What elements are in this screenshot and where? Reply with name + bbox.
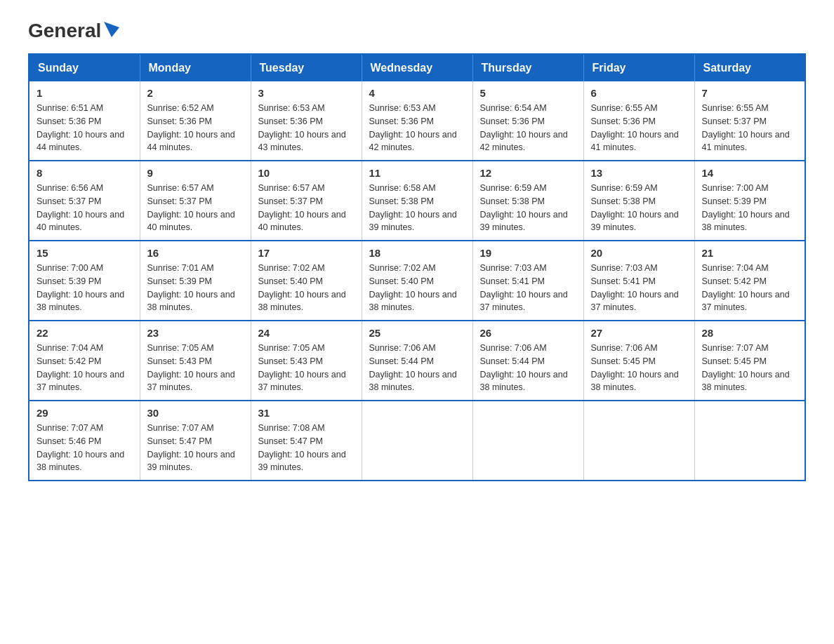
day-number: 15 (37, 247, 133, 259)
calendar-cell (583, 401, 694, 481)
calendar-week-row: 1 Sunrise: 6:51 AMSunset: 5:36 PMDayligh… (29, 81, 805, 161)
day-number: 11 (369, 167, 465, 179)
day-number: 22 (37, 327, 133, 339)
calendar-cell: 26 Sunrise: 7:06 AMSunset: 5:44 PMDaylig… (472, 321, 583, 401)
calendar-cell: 17 Sunrise: 7:02 AMSunset: 5:40 PMDaylig… (251, 241, 362, 321)
day-info: Sunrise: 6:53 AMSunset: 5:36 PMDaylight:… (369, 103, 457, 152)
day-info: Sunrise: 7:05 AMSunset: 5:43 PMDaylight:… (147, 343, 235, 392)
calendar-cell: 13 Sunrise: 6:59 AMSunset: 5:38 PMDaylig… (583, 161, 694, 241)
day-info: Sunrise: 7:03 AMSunset: 5:41 PMDaylight:… (480, 263, 568, 312)
col-header-tuesday: Tuesday (251, 54, 362, 81)
calendar-cell: 8 Sunrise: 6:56 AMSunset: 5:37 PMDayligh… (29, 161, 140, 241)
calendar-cell: 9 Sunrise: 6:57 AMSunset: 5:37 PMDayligh… (140, 161, 251, 241)
calendar-week-row: 8 Sunrise: 6:56 AMSunset: 5:37 PMDayligh… (29, 161, 805, 241)
calendar-cell: 23 Sunrise: 7:05 AMSunset: 5:43 PMDaylig… (140, 321, 251, 401)
day-number: 14 (702, 167, 798, 179)
calendar-cell: 6 Sunrise: 6:55 AMSunset: 5:36 PMDayligh… (583, 81, 694, 161)
day-number: 26 (480, 327, 576, 339)
day-number: 7 (702, 87, 798, 99)
day-info: Sunrise: 6:55 AMSunset: 5:36 PMDaylight:… (591, 103, 679, 152)
day-number: 3 (258, 87, 355, 99)
day-number: 18 (369, 247, 465, 259)
calendar-cell: 24 Sunrise: 7:05 AMSunset: 5:43 PMDaylig… (251, 321, 362, 401)
day-number: 27 (591, 327, 687, 339)
calendar-cell: 28 Sunrise: 7:07 AMSunset: 5:45 PMDaylig… (694, 321, 805, 401)
calendar-cell: 10 Sunrise: 6:57 AMSunset: 5:37 PMDaylig… (251, 161, 362, 241)
day-number: 6 (591, 87, 687, 99)
day-number: 19 (480, 247, 576, 259)
day-number: 8 (37, 167, 133, 179)
day-info: Sunrise: 7:02 AMSunset: 5:40 PMDaylight:… (369, 263, 457, 312)
calendar-cell: 16 Sunrise: 7:01 AMSunset: 5:39 PMDaylig… (140, 241, 251, 321)
day-info: Sunrise: 7:06 AMSunset: 5:44 PMDaylight:… (480, 343, 568, 392)
day-number: 23 (147, 327, 244, 339)
calendar-cell: 22 Sunrise: 7:04 AMSunset: 5:42 PMDaylig… (29, 321, 140, 401)
day-info: Sunrise: 6:57 AMSunset: 5:37 PMDaylight:… (258, 183, 346, 232)
day-info: Sunrise: 6:59 AMSunset: 5:38 PMDaylight:… (591, 183, 679, 232)
calendar-cell: 1 Sunrise: 6:51 AMSunset: 5:36 PMDayligh… (29, 81, 140, 161)
calendar-week-row: 29 Sunrise: 7:07 AMSunset: 5:46 PMDaylig… (29, 401, 805, 481)
calendar-cell: 3 Sunrise: 6:53 AMSunset: 5:36 PMDayligh… (251, 81, 362, 161)
day-info: Sunrise: 7:06 AMSunset: 5:45 PMDaylight:… (591, 343, 679, 392)
svg-marker-0 (104, 22, 119, 37)
day-number: 13 (591, 167, 687, 179)
col-header-wednesday: Wednesday (362, 54, 472, 81)
calendar-cell: 14 Sunrise: 7:00 AMSunset: 5:39 PMDaylig… (694, 161, 805, 241)
calendar-header-row: SundayMondayTuesdayWednesdayThursdayFrid… (29, 54, 805, 81)
day-info: Sunrise: 7:00 AMSunset: 5:39 PMDaylight:… (37, 263, 124, 312)
day-info: Sunrise: 6:56 AMSunset: 5:37 PMDaylight:… (37, 183, 124, 232)
calendar-table: SundayMondayTuesdayWednesdayThursdayFrid… (28, 53, 806, 481)
col-header-monday: Monday (140, 54, 251, 81)
day-info: Sunrise: 7:04 AMSunset: 5:42 PMDaylight:… (702, 263, 790, 312)
calendar-cell: 31 Sunrise: 7:08 AMSunset: 5:47 PMDaylig… (251, 401, 362, 481)
day-info: Sunrise: 7:00 AMSunset: 5:39 PMDaylight:… (702, 183, 790, 232)
calendar-cell: 5 Sunrise: 6:54 AMSunset: 5:36 PMDayligh… (472, 81, 583, 161)
calendar-cell: 4 Sunrise: 6:53 AMSunset: 5:36 PMDayligh… (362, 81, 472, 161)
calendar-cell (694, 401, 805, 481)
day-number: 17 (258, 247, 355, 259)
day-number: 16 (147, 247, 244, 259)
calendar-cell (362, 401, 472, 481)
calendar-week-row: 15 Sunrise: 7:00 AMSunset: 5:39 PMDaylig… (29, 241, 805, 321)
day-info: Sunrise: 6:54 AMSunset: 5:36 PMDaylight:… (480, 103, 568, 152)
day-number: 1 (37, 87, 133, 99)
day-number: 5 (480, 87, 576, 99)
day-info: Sunrise: 7:07 AMSunset: 5:46 PMDaylight:… (37, 423, 124, 472)
col-header-thursday: Thursday (472, 54, 583, 81)
day-info: Sunrise: 7:02 AMSunset: 5:40 PMDaylight:… (258, 263, 346, 312)
day-info: Sunrise: 6:52 AMSunset: 5:36 PMDaylight:… (147, 103, 235, 152)
calendar-cell (472, 401, 583, 481)
day-info: Sunrise: 6:57 AMSunset: 5:37 PMDaylight:… (147, 183, 235, 232)
day-number: 2 (147, 87, 244, 99)
calendar-cell: 18 Sunrise: 7:02 AMSunset: 5:40 PMDaylig… (362, 241, 472, 321)
calendar-cell: 2 Sunrise: 6:52 AMSunset: 5:36 PMDayligh… (140, 81, 251, 161)
day-number: 9 (147, 167, 244, 179)
day-info: Sunrise: 6:55 AMSunset: 5:37 PMDaylight:… (702, 103, 790, 152)
calendar-cell: 12 Sunrise: 6:59 AMSunset: 5:38 PMDaylig… (472, 161, 583, 241)
calendar-cell: 21 Sunrise: 7:04 AMSunset: 5:42 PMDaylig… (694, 241, 805, 321)
day-number: 12 (480, 167, 576, 179)
calendar-cell: 29 Sunrise: 7:07 AMSunset: 5:46 PMDaylig… (29, 401, 140, 481)
day-info: Sunrise: 7:06 AMSunset: 5:44 PMDaylight:… (369, 343, 457, 392)
logo-text-general: General (28, 21, 101, 41)
col-header-friday: Friday (583, 54, 694, 81)
logo-arrow-icon (104, 22, 119, 37)
day-info: Sunrise: 6:58 AMSunset: 5:38 PMDaylight:… (369, 183, 457, 232)
calendar-cell: 19 Sunrise: 7:03 AMSunset: 5:41 PMDaylig… (472, 241, 583, 321)
day-info: Sunrise: 7:05 AMSunset: 5:43 PMDaylight:… (258, 343, 346, 392)
page-header: General (28, 21, 806, 39)
day-number: 29 (37, 407, 133, 419)
day-number: 21 (702, 247, 798, 259)
logo: General (28, 21, 119, 39)
calendar-cell: 20 Sunrise: 7:03 AMSunset: 5:41 PMDaylig… (583, 241, 694, 321)
day-info: Sunrise: 7:04 AMSunset: 5:42 PMDaylight:… (37, 343, 124, 392)
day-info: Sunrise: 7:08 AMSunset: 5:47 PMDaylight:… (258, 423, 346, 472)
col-header-saturday: Saturday (694, 54, 805, 81)
calendar-cell: 7 Sunrise: 6:55 AMSunset: 5:37 PMDayligh… (694, 81, 805, 161)
day-info: Sunrise: 7:03 AMSunset: 5:41 PMDaylight:… (591, 263, 679, 312)
day-info: Sunrise: 6:59 AMSunset: 5:38 PMDaylight:… (480, 183, 568, 232)
day-number: 31 (258, 407, 355, 419)
day-number: 10 (258, 167, 355, 179)
day-number: 30 (147, 407, 244, 419)
day-info: Sunrise: 7:07 AMSunset: 5:45 PMDaylight:… (702, 343, 790, 392)
